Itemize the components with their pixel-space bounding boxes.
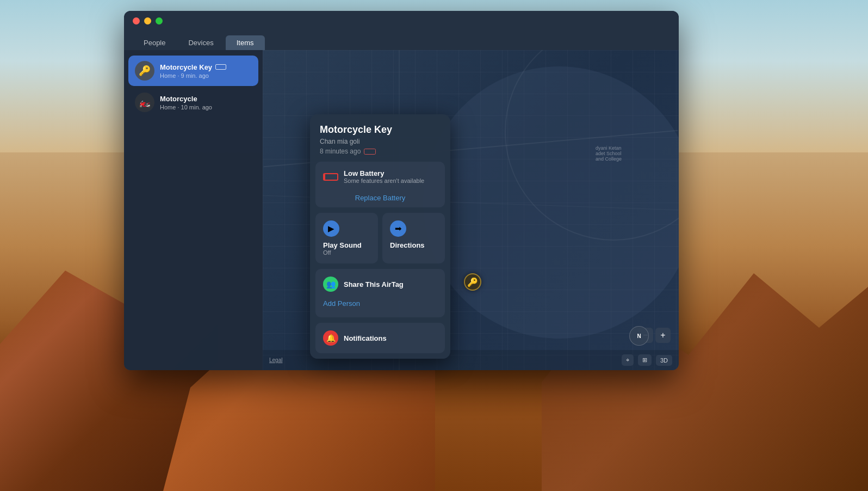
notifications-card[interactable]: 🔔 Notifications	[315, 323, 445, 353]
detail-time: 8 minutes ago	[320, 148, 441, 155]
map-bottom-left: Legal	[269, 357, 282, 363]
add-person-button[interactable]: Add Person	[323, 297, 360, 310]
motorcycle-sub: Home · 10 min. ago	[160, 104, 252, 111]
close-button[interactable]	[133, 17, 140, 24]
action-grid: ▶ Play Sound Off ➡ Directions	[315, 213, 445, 263]
zoom-plus-button[interactable]: +	[655, 328, 671, 343]
motorcycle-name: Motorcycle	[160, 95, 252, 103]
map-marker-key[interactable]: 🔑	[464, 273, 481, 291]
maximize-button[interactable]	[156, 17, 163, 24]
window-controls	[133, 17, 163, 24]
battery-sm-icon	[364, 149, 376, 155]
map-label-text: dyani Ketan adet School and College	[596, 145, 622, 162]
play-sound-label: Play Sound	[323, 241, 370, 249]
lb-text: Low Battery Some features aren't availab…	[344, 169, 437, 184]
motorcycle-icon: 🏍️	[135, 93, 154, 112]
share-header: 👥 Share This AirTag	[323, 277, 437, 292]
share-label: Share This AirTag	[344, 280, 404, 289]
detail-title: Motorcycle Key	[320, 124, 441, 136]
low-battery-header: Low Battery Some features aren't availab…	[323, 169, 437, 184]
tab-bar: People Devices Items	[124, 31, 679, 50]
detail-owner: Chan mia goli	[320, 138, 441, 145]
sidebar-item-motorcycle-key[interactable]: 🔑 Motorcycle Key Home · 9 min. ago	[128, 56, 258, 86]
sidebar-item-motorcycle[interactable]: 🏍️ Motorcycle Home · 10 min. ago	[128, 87, 258, 118]
tab-devices[interactable]: Devices	[177, 35, 224, 50]
motorcycle-key-sub: Home · 9 min. ago	[160, 72, 252, 79]
replace-battery-button[interactable]: Replace Battery	[323, 188, 437, 204]
low-battery-icon	[323, 173, 338, 181]
notifications-label: Notifications	[344, 334, 387, 342]
sidebar: 🔑 Motorcycle Key Home · 9 min. ago	[124, 50, 263, 370]
tab-items[interactable]: Items	[226, 35, 265, 50]
compass[interactable]: N	[629, 326, 649, 346]
lb-sub: Some features aren't available	[344, 177, 437, 184]
location-button[interactable]: ⌖	[622, 354, 634, 366]
battery-body	[215, 64, 226, 70]
directions-label: Directions	[390, 241, 437, 249]
motorcycle-key-name: Motorcycle Key	[160, 63, 252, 71]
title-bar	[124, 11, 679, 31]
low-battery-card: Low Battery Some features aren't availab…	[315, 162, 445, 207]
play-sound-sub: Off	[323, 249, 370, 256]
lb-fill	[324, 174, 325, 180]
directions-icon: ➡	[390, 220, 406, 237]
lb-title: Low Battery	[344, 169, 437, 177]
layers-button[interactable]: ⊞	[638, 354, 652, 366]
map-road-4	[507, 50, 508, 370]
detail-header: Motorcycle Key Chan mia goli 8 minutes a…	[310, 114, 450, 162]
notif-header: 🔔 Notifications	[323, 330, 437, 346]
play-sound-icon: ▶	[323, 220, 339, 237]
share-icon: 👥	[323, 277, 338, 292]
legal-link[interactable]: Legal	[269, 357, 282, 363]
detail-panel: Motorcycle Key Chan mia goli 8 minutes a…	[310, 114, 450, 359]
3d-button[interactable]: 3D	[656, 355, 672, 366]
map-controls: ⌖ ⊞ 3D	[622, 354, 672, 366]
motorcycle-info: Motorcycle Home · 10 min. ago	[160, 95, 252, 111]
battery-sm-body	[364, 149, 376, 155]
battery-icon-key	[215, 64, 226, 70]
share-airtag-card: 👥 Share This AirTag Add Person	[315, 269, 445, 317]
notifications-icon: 🔔	[323, 330, 338, 346]
motorcycle-key-info: Motorcycle Key Home · 9 min. ago	[160, 63, 252, 79]
detail-scroll: Motorcycle Key Chan mia goli 8 minutes a…	[310, 114, 450, 359]
minimize-button[interactable]	[144, 17, 151, 24]
motorcycle-key-icon: 🔑	[135, 61, 154, 81]
directions-button[interactable]: ➡ Directions	[382, 213, 445, 263]
play-sound-button[interactable]: ▶ Play Sound Off	[315, 213, 378, 263]
tab-people[interactable]: People	[133, 35, 176, 50]
